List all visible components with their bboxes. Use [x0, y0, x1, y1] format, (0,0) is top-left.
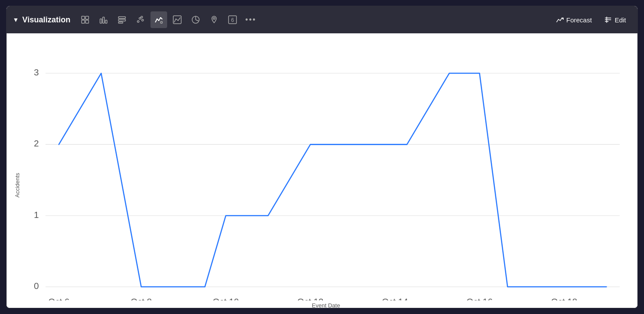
y-axis-label: Accidents	[11, 42, 23, 308]
svg-text:3: 3	[34, 68, 39, 77]
svg-text:0: 0	[34, 281, 39, 291]
svg-text:Oct 16: Oct 16	[466, 297, 493, 300]
x-axis-label: Event Date	[23, 300, 629, 308]
svg-rect-8	[118, 19, 125, 21]
svg-text:1: 1	[34, 210, 39, 220]
svg-text:Oct 18: Oct 18	[551, 297, 577, 300]
toolbar: ▼ Visualization	[7, 6, 637, 33]
table-view-button[interactable]	[77, 11, 93, 28]
chart-area: Accidents 3 2 1 0 Oct 6 Oct 8	[7, 33, 637, 308]
svg-point-13	[141, 16, 143, 18]
svg-text:Oct 10: Oct 10	[213, 297, 239, 300]
visualization-panel: ▼ Visualization	[6, 6, 638, 308]
forecast-button[interactable]: Forecast	[551, 13, 597, 26]
svg-text:Oct 6: Oct 6	[48, 297, 69, 300]
edit-button[interactable]: Edit	[599, 13, 631, 26]
svg-line-18	[196, 20, 199, 21]
svg-text:Oct 14: Oct 14	[382, 297, 408, 300]
svg-rect-4	[100, 19, 102, 23]
svg-text:Oct 8: Oct 8	[131, 297, 152, 300]
map-view-button[interactable]	[206, 11, 222, 28]
area-chart-button[interactable]	[169, 11, 186, 28]
list-view-button[interactable]	[114, 11, 130, 28]
panel-title: ▼ Visualization	[13, 15, 71, 25]
line-chart-svg: 3 2 1 0 Oct 6 Oct 8 Oct 10 Oct 12 Oct 14…	[23, 42, 629, 300]
scatter-plot-button[interactable]	[132, 11, 149, 28]
svg-rect-1	[86, 16, 89, 19]
data-line	[59, 73, 606, 287]
number-view-button[interactable]: 6	[224, 11, 241, 28]
svg-text:6: 6	[231, 17, 234, 23]
svg-rect-0	[82, 16, 85, 19]
svg-point-10	[137, 21, 139, 22]
svg-rect-14	[161, 21, 162, 23]
svg-point-11	[139, 18, 141, 19]
forecast-label: Forecast	[566, 16, 592, 24]
svg-point-12	[142, 19, 143, 21]
svg-text:Oct 12: Oct 12	[297, 297, 324, 300]
svg-rect-7	[118, 17, 125, 18]
edit-label: Edit	[615, 16, 626, 24]
line-chart-button[interactable]	[150, 11, 167, 28]
title-text: Visualization	[22, 15, 71, 25]
svg-rect-9	[118, 22, 123, 23]
svg-text:2: 2	[34, 139, 39, 148]
svg-rect-5	[103, 17, 104, 23]
collapse-icon[interactable]: ▼	[13, 16, 19, 23]
bar-chart-button[interactable]	[95, 11, 112, 28]
pie-chart-button[interactable]	[187, 11, 204, 28]
svg-point-19	[213, 18, 215, 19]
svg-rect-3	[86, 20, 89, 23]
chart-inner: 3 2 1 0 Oct 6 Oct 8 Oct 10 Oct 12 Oct 14…	[23, 42, 629, 308]
more-options-button[interactable]: •••	[243, 11, 259, 28]
svg-rect-2	[82, 20, 85, 23]
svg-rect-6	[105, 20, 107, 23]
